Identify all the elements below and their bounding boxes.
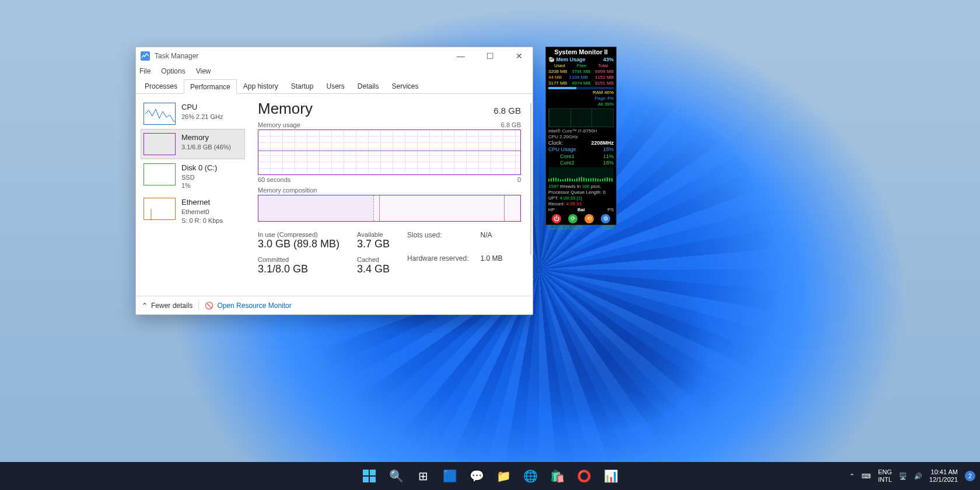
- cpu-ghz: CPU 2.20GHz: [548, 134, 614, 140]
- open-resource-monitor-link[interactable]: 🚫Open Resource Monitor: [205, 302, 291, 310]
- menu-options[interactable]: Options: [161, 67, 185, 75]
- tab-processes[interactable]: Processes: [138, 79, 184, 93]
- minimize-button[interactable]: —: [452, 51, 470, 61]
- sidebar-cpu[interactable]: CPU26% 2.21 GHz: [141, 99, 245, 129]
- cpu-name: Intel® Core™ i7-8750H: [548, 128, 614, 134]
- axis-right: 0: [517, 176, 521, 183]
- slots-label: Slots used:: [407, 231, 468, 252]
- tab-details[interactable]: Details: [351, 79, 386, 93]
- edge-icon[interactable]: 🌐: [519, 464, 542, 488]
- tab-startup[interactable]: Startup: [285, 79, 320, 93]
- settings-button[interactable]: ⚙: [601, 214, 610, 223]
- usage-label: Memory usage: [258, 121, 300, 128]
- clock[interactable]: 10:41 AM12/1/2021: [929, 468, 958, 484]
- menu-view[interactable]: View: [196, 67, 211, 75]
- taskmgr-taskbar-icon[interactable]: 📊: [599, 464, 622, 488]
- mem-usage-pct: 43%: [603, 57, 614, 63]
- performance-sidebar: CPU26% 2.21 GHz Memory3.1/6.8 GB (46%) D…: [136, 94, 250, 296]
- memory-usage-chart: [258, 130, 521, 175]
- memory-title: Memory: [181, 133, 231, 143]
- menubar: File Options View: [136, 65, 533, 78]
- language-indicator[interactable]: ENGINTL: [878, 468, 892, 484]
- hw-label: Hardware reserved:: [407, 254, 468, 275]
- gadget-title: System Monitor II: [548, 48, 614, 57]
- memory-sub: 3.1/6.8 GB (46%): [181, 143, 231, 151]
- avail-label: Available: [357, 231, 390, 238]
- mem-usage-label: 🐏 Mem Usage: [548, 57, 586, 63]
- power-button[interactable]: ⏻: [552, 214, 561, 223]
- volume-icon[interactable]: 🔊: [914, 473, 922, 480]
- tab-performance[interactable]: Performance: [184, 79, 237, 94]
- inuse-label: In use (Compressed): [258, 231, 340, 238]
- keyboard-icon[interactable]: ⌨: [862, 473, 871, 480]
- widgets-icon[interactable]: 🟦: [438, 464, 461, 488]
- cpu-sub: 26% 2.21 GHz: [181, 113, 223, 121]
- usage-max: 6.8 GB: [501, 121, 521, 128]
- search-icon[interactable]: 🔍: [384, 464, 408, 488]
- mem-graph: [548, 108, 614, 127]
- eth-sub2: S: 0 R: 0 Kbps: [181, 216, 223, 225]
- mem-bar: [548, 87, 614, 89]
- memory-composition-chart: [258, 195, 521, 222]
- gadget-version: v29.4: [602, 224, 614, 230]
- cortana-icon[interactable]: ⭕: [572, 464, 596, 488]
- gadget-copyright[interactable]: © 2021 by Igogo: [548, 224, 583, 230]
- cpu-usage-label: CPU Usage: [548, 146, 576, 153]
- taskbar: 🔍 ⊞ 🟦 💬 📁 🌐 🛍️ ⭕ 📊 ⌃ ⌨ ENGINTL 🖥️ 🔊 10:4…: [0, 462, 980, 490]
- cached-value: 3.4 GB: [357, 263, 390, 275]
- eth-title: Ethernet: [181, 198, 223, 208]
- sidebar-ethernet[interactable]: EthernetEthernet0S: 0 R: 0 Kbps: [141, 194, 245, 228]
- tab-users[interactable]: Users: [320, 79, 351, 93]
- fewer-details-button[interactable]: ⌃Fewer details: [142, 302, 192, 310]
- restart-button[interactable]: ⟲: [584, 214, 594, 223]
- close-button[interactable]: ✕: [510, 51, 528, 61]
- tab-bar: Processes Performance App history Startu…: [136, 78, 533, 94]
- app-icon: [141, 51, 150, 61]
- task-view-icon[interactable]: ⊞: [411, 464, 435, 488]
- disk-title: Disk 0 (C:): [181, 163, 217, 173]
- explorer-icon[interactable]: 📁: [492, 464, 515, 488]
- disk-thumb-icon: [144, 163, 176, 186]
- maximize-button[interactable]: ☐: [481, 51, 499, 61]
- pql: Processor Queue Length: 0: [548, 190, 614, 195]
- store-icon[interactable]: 🛍️: [545, 464, 569, 488]
- window-title: Task Manager: [155, 52, 198, 60]
- scrollbar[interactable]: [530, 103, 531, 255]
- cached-label: Cached: [357, 256, 390, 263]
- axis-left: 60 seconds: [258, 176, 290, 183]
- memory-thumb-icon: [144, 133, 176, 155]
- menu-file[interactable]: File: [139, 67, 150, 75]
- performance-main: Memory 6.8 GB Memory usage6.8 GB 60 seco…: [250, 94, 533, 296]
- ethernet-thumb-icon: [144, 198, 176, 220]
- task-manager-window: Task Manager — ☐ ✕ File Options View Pro…: [135, 47, 533, 315]
- refresh-button[interactable]: ⟳: [568, 214, 578, 223]
- disk-sub2: 1%: [181, 181, 217, 190]
- titlebar[interactable]: Task Manager — ☐ ✕: [136, 47, 533, 65]
- memory-total: 6.8 GB: [494, 106, 521, 116]
- cpu-thumb-icon: [144, 103, 176, 125]
- window-footer: ⌃Fewer details 🚫Open Resource Monitor: [136, 296, 533, 314]
- notification-badge[interactable]: 2: [965, 471, 975, 481]
- start-button[interactable]: [358, 464, 381, 488]
- resource-monitor-icon: 🚫: [205, 302, 214, 310]
- tab-services[interactable]: Services: [386, 79, 425, 93]
- page-title: Memory: [258, 100, 313, 118]
- sidebar-memory[interactable]: Memory3.1/6.8 GB (46%): [141, 129, 245, 159]
- system-monitor-gadget[interactable]: System Monitor II 🐏 Mem Usage43% UsedFre…: [545, 47, 617, 225]
- slots-value: N/A: [480, 231, 502, 252]
- eth-sub1: Ethernet0: [181, 208, 223, 216]
- commit-label: Committed: [258, 256, 340, 263]
- avail-value: 3.7 GB: [357, 238, 390, 250]
- divider: [198, 300, 199, 311]
- hw-value: 1.0 MB: [480, 254, 502, 275]
- network-icon[interactable]: 🖥️: [899, 473, 907, 480]
- disk-sub1: SSD: [181, 173, 217, 181]
- comp-label: Memory composition: [258, 187, 317, 194]
- tray-chevron-icon[interactable]: ⌃: [849, 473, 855, 480]
- cpu-graph: [548, 167, 614, 183]
- sidebar-disk[interactable]: Disk 0 (C:)SSD1%: [141, 159, 245, 194]
- chat-icon[interactable]: 💬: [465, 464, 488, 488]
- chevron-up-icon: ⌃: [142, 302, 148, 310]
- inuse-value: 3.0 GB (89.8 MB): [258, 238, 340, 250]
- tab-app-history[interactable]: App history: [237, 79, 285, 93]
